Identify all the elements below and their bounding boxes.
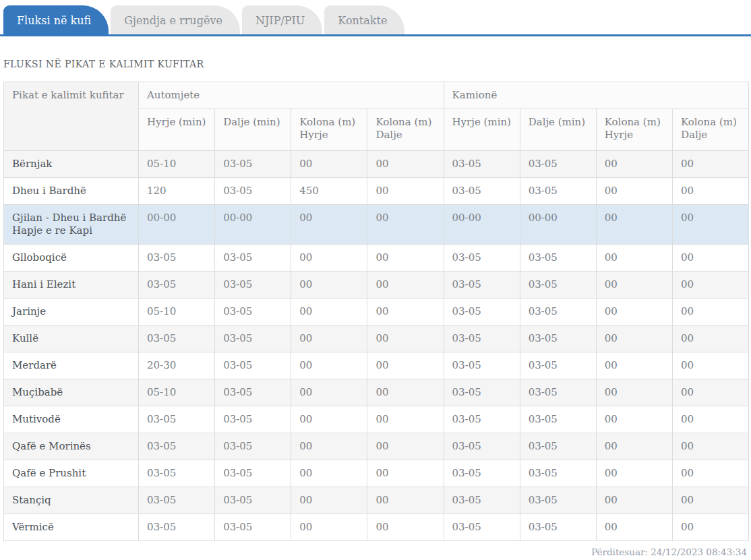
value-cell: 03-05	[139, 433, 215, 460]
value-cell: 03-05	[215, 151, 291, 178]
column-header-automjete-dalje-min: Dalje (min)	[215, 109, 291, 151]
value-cell: 450	[291, 178, 367, 205]
table-row: Hani i Elezit 03-05 03-05 00 00 03-05 03…	[4, 272, 749, 299]
tab-kontakte[interactable]: Kontakte	[324, 5, 404, 34]
value-cell: 03-05	[215, 379, 291, 406]
value-cell: 03-05	[215, 514, 291, 541]
value-cell: 05-10	[139, 299, 215, 325]
value-cell: 03-05	[520, 325, 596, 352]
value-cell: 03-05	[520, 433, 596, 460]
value-cell: 03-05	[444, 487, 520, 514]
column-header-automjete-hyrje-min: Hyrje (min)	[139, 109, 215, 151]
column-header-kamione-kolona-dalje: Kolona (m) Dalje	[672, 109, 748, 151]
value-cell: 00	[291, 325, 367, 352]
value-cell: 03-05	[520, 245, 596, 272]
table-row: Gjilan - Dheu i Bardhë Hapje e re Kapi 0…	[4, 205, 749, 245]
value-cell: 00	[596, 406, 672, 433]
value-cell: 00	[596, 325, 672, 352]
page-title: FLUKSI NË PIKAT E KALIMIT KUFITAR	[3, 59, 748, 69]
table-row: Mutivodë 03-05 03-05 00 00 03-05 03-05 0…	[4, 406, 749, 433]
value-cell: 00	[367, 151, 444, 178]
value-cell: 00	[596, 299, 672, 325]
value-cell: 03-05	[520, 406, 596, 433]
table-row: Dheu i Bardhë 120 03-05 450 00 03-05 03-…	[4, 178, 749, 205]
column-header-automjete-kolona-hyrje: Kolona (m) Hyrje	[291, 109, 367, 151]
value-cell: 00	[672, 178, 748, 205]
value-cell: 00-00	[215, 205, 291, 245]
table-row: Merdarë 20-30 03-05 00 00 03-05 03-05 00…	[4, 352, 749, 379]
value-cell: 00	[596, 433, 672, 460]
value-cell: 03-05	[139, 325, 215, 352]
crossing-name-cell: Mutivodë	[4, 406, 139, 433]
table-row: Stançiq 03-05 03-05 00 00 03-05 03-05 00…	[4, 487, 749, 514]
value-cell: 00	[291, 245, 367, 272]
value-cell: 00	[596, 272, 672, 299]
value-cell: 03-05	[444, 379, 520, 406]
value-cell: 03-05	[444, 514, 520, 541]
group-header-automjete: Automjete	[139, 82, 444, 109]
value-cell: 00	[596, 460, 672, 487]
value-cell: 03-05	[444, 299, 520, 325]
value-cell: 03-05	[215, 272, 291, 299]
value-cell: 03-05	[444, 433, 520, 460]
value-cell: 03-05	[215, 325, 291, 352]
value-cell: 20-30	[139, 352, 215, 379]
value-cell: 03-05	[139, 245, 215, 272]
crossing-name-cell: Hani i Elezit	[4, 272, 139, 299]
value-cell: 00	[291, 299, 367, 325]
value-cell: 00	[367, 205, 444, 245]
value-cell: 00	[672, 325, 748, 352]
value-cell: 03-05	[520, 379, 596, 406]
table-row: Bërnjak 05-10 03-05 00 00 03-05 03-05 00…	[4, 151, 749, 178]
value-cell: 00	[291, 379, 367, 406]
value-cell: 00	[672, 205, 748, 245]
value-cell: 00	[596, 514, 672, 541]
value-cell: 03-05	[139, 460, 215, 487]
value-cell: 03-05	[444, 178, 520, 205]
value-cell: 00-00	[444, 205, 520, 245]
value-cell: 00	[596, 245, 672, 272]
value-cell: 00	[291, 487, 367, 514]
tab-gjendja-e-rrug-ve[interactable]: Gjendja e rrugëve	[111, 5, 240, 34]
table-row: Glloboqicë 03-05 03-05 00 00 03-05 03-05…	[4, 245, 749, 272]
value-cell: 03-05	[215, 245, 291, 272]
tab-njip-piu[interactable]: NJIP/PIU	[242, 5, 322, 34]
value-cell: 03-05	[444, 460, 520, 487]
value-cell: 03-05	[520, 178, 596, 205]
value-cell: 00	[367, 514, 444, 541]
table-row: Qafë e Prushit 03-05 03-05 00 00 03-05 0…	[4, 460, 749, 487]
value-cell: 00	[596, 205, 672, 245]
crossing-name-cell: Jarinje	[4, 299, 139, 325]
value-cell: 00	[672, 151, 748, 178]
table-row: Vërmicë 03-05 03-05 00 00 03-05 03-05 00…	[4, 514, 749, 541]
column-header-crossing-points: Pikat e kalimit kufitar	[4, 82, 139, 151]
value-cell: 00	[291, 205, 367, 245]
column-header-kamione-kolona-hyrje: Kolona (m) Hyrje	[596, 109, 672, 151]
value-cell: 03-05	[139, 406, 215, 433]
table-row: Qafë e Morinës 03-05 03-05 00 00 03-05 0…	[4, 433, 749, 460]
value-cell: 03-05	[215, 406, 291, 433]
tab-bar: Fluksi në kufiGjendja e rrugëveNJIP/PIUK…	[0, 0, 751, 36]
value-cell: 00	[596, 352, 672, 379]
crossing-name-cell: Kullë	[4, 325, 139, 352]
crossing-name-cell: Glloboqicë	[4, 245, 139, 272]
value-cell: 00	[596, 487, 672, 514]
crossing-name-cell: Muçibabë	[4, 379, 139, 406]
value-cell: 03-05	[444, 272, 520, 299]
tab-fluksi-n-kufi[interactable]: Fluksi në kufi	[3, 5, 109, 34]
value-cell: 00	[672, 514, 748, 541]
value-cell: 03-05	[520, 460, 596, 487]
table-row: Jarinje 05-10 03-05 00 00 03-05 03-05 00…	[4, 299, 749, 325]
column-header-kamione-dalje-min: Dalje (min)	[520, 109, 596, 151]
value-cell: 03-05	[520, 514, 596, 541]
value-cell: 03-05	[444, 406, 520, 433]
value-cell: 00	[291, 151, 367, 178]
value-cell: 03-05	[520, 151, 596, 178]
crossing-name-cell: Qafë e Prushit	[4, 460, 139, 487]
value-cell: 120	[139, 178, 215, 205]
value-cell: 03-05	[444, 325, 520, 352]
value-cell: 03-05	[520, 299, 596, 325]
value-cell: 00	[367, 433, 444, 460]
value-cell: 00	[596, 379, 672, 406]
value-cell: 03-05	[139, 487, 215, 514]
